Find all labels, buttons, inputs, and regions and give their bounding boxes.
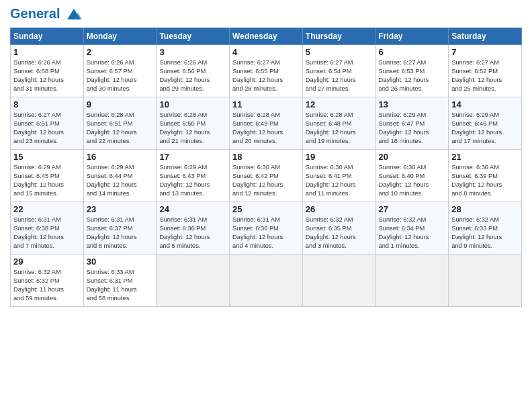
page-container: General SundayMondayTuesdayWednesdayThur… [0, 0, 532, 314]
day-cell: 16 Sunrise: 6:29 AMSunset: 6:44 PMDaylig… [83, 149, 157, 201]
day-number: 7 [451, 47, 519, 57]
week-row-2: 8 Sunrise: 6:27 AMSunset: 6:51 PMDayligh… [11, 97, 522, 149]
day-info: Sunrise: 6:29 AMSunset: 6:45 PMDaylight:… [13, 163, 81, 198]
col-header-sunday: Sunday [11, 28, 84, 44]
day-cell: 15 Sunrise: 6:29 AMSunset: 6:45 PMDaylig… [11, 149, 84, 201]
day-info: Sunrise: 6:27 AMSunset: 6:54 PMDaylight:… [306, 58, 373, 93]
day-number: 18 [232, 152, 300, 162]
day-number: 1 [13, 47, 81, 57]
day-info: Sunrise: 6:28 AMSunset: 6:50 PMDaylight:… [159, 111, 226, 146]
day-number: 8 [13, 99, 81, 109]
day-cell: 9 Sunrise: 6:28 AMSunset: 6:51 PMDayligh… [83, 97, 157, 149]
day-cell: 22 Sunrise: 6:31 AMSunset: 6:38 PMDaylig… [11, 201, 84, 254]
col-header-monday: Monday [83, 28, 157, 44]
day-info: Sunrise: 6:30 AMSunset: 6:41 PMDaylight:… [306, 163, 373, 198]
day-cell: 4 Sunrise: 6:27 AMSunset: 6:55 PMDayligh… [230, 44, 303, 97]
day-number: 28 [451, 204, 519, 214]
day-number: 23 [87, 204, 154, 214]
day-cell: 7 Sunrise: 6:27 AMSunset: 6:52 PMDayligh… [449, 44, 522, 97]
header: General [10, 7, 522, 22]
day-number: 29 [13, 257, 81, 267]
day-number: 6 [379, 47, 446, 57]
day-number: 4 [232, 47, 300, 57]
day-cell: 19 Sunrise: 6:30 AMSunset: 6:41 PMDaylig… [302, 149, 375, 201]
day-number: 10 [159, 99, 226, 109]
day-number: 21 [451, 152, 519, 162]
day-cell: 23 Sunrise: 6:31 AMSunset: 6:37 PMDaylig… [83, 201, 157, 254]
day-cell: 6 Sunrise: 6:27 AMSunset: 6:53 PMDayligh… [375, 44, 449, 97]
day-cell: 10 Sunrise: 6:28 AMSunset: 6:50 PMDaylig… [157, 97, 230, 149]
day-info: Sunrise: 6:32 AMSunset: 6:33 PMDaylight:… [451, 216, 519, 250]
day-info: Sunrise: 6:31 AMSunset: 6:36 PMDaylight:… [159, 216, 226, 250]
day-info: Sunrise: 6:27 AMSunset: 6:51 PMDaylight:… [13, 111, 81, 146]
day-number: 14 [451, 99, 519, 109]
day-cell: 24 Sunrise: 6:31 AMSunset: 6:36 PMDaylig… [157, 201, 230, 254]
day-number: 25 [232, 204, 300, 214]
day-number: 16 [87, 152, 154, 162]
day-info: Sunrise: 6:30 AMSunset: 6:40 PMDaylight:… [379, 163, 446, 198]
day-info: Sunrise: 6:28 AMSunset: 6:51 PMDaylight:… [87, 111, 154, 146]
day-info: Sunrise: 6:27 AMSunset: 6:53 PMDaylight:… [379, 58, 446, 93]
day-cell: 13 Sunrise: 6:29 AMSunset: 6:47 PMDaylig… [375, 97, 449, 149]
day-info: Sunrise: 6:32 AMSunset: 6:34 PMDaylight:… [379, 216, 446, 250]
day-cell: 8 Sunrise: 6:27 AMSunset: 6:51 PMDayligh… [11, 97, 84, 149]
day-info: Sunrise: 6:33 AMSunset: 6:31 PMDaylight:… [87, 268, 154, 303]
day-cell: 18 Sunrise: 6:30 AMSunset: 6:42 PMDaylig… [230, 149, 303, 201]
logo: General [10, 7, 85, 22]
day-cell: 25 Sunrise: 6:31 AMSunset: 6:36 PMDaylig… [230, 201, 303, 254]
header-row: SundayMondayTuesdayWednesdayThursdayFrid… [11, 28, 522, 44]
day-cell [375, 254, 449, 306]
day-cell: 27 Sunrise: 6:32 AMSunset: 6:34 PMDaylig… [375, 201, 449, 254]
day-number: 17 [159, 152, 226, 162]
col-header-wednesday: Wednesday [230, 28, 303, 44]
day-cell: 30 Sunrise: 6:33 AMSunset: 6:31 PMDaylig… [83, 254, 157, 306]
day-cell: 1 Sunrise: 6:26 AMSunset: 6:58 PMDayligh… [11, 44, 84, 97]
day-info: Sunrise: 6:27 AMSunset: 6:55 PMDaylight:… [232, 58, 300, 93]
day-cell: 17 Sunrise: 6:29 AMSunset: 6:43 PMDaylig… [157, 149, 230, 201]
day-cell [449, 254, 522, 306]
week-row-3: 15 Sunrise: 6:29 AMSunset: 6:45 PMDaylig… [11, 149, 522, 201]
day-number: 24 [159, 204, 226, 214]
day-cell [302, 254, 375, 306]
day-info: Sunrise: 6:28 AMSunset: 6:49 PMDaylight:… [232, 111, 300, 146]
day-number: 15 [13, 152, 81, 162]
day-cell: 28 Sunrise: 6:32 AMSunset: 6:33 PMDaylig… [449, 201, 522, 254]
day-cell: 14 Sunrise: 6:29 AMSunset: 6:46 PMDaylig… [449, 97, 522, 149]
logo-icon [64, 7, 83, 22]
day-cell: 20 Sunrise: 6:30 AMSunset: 6:40 PMDaylig… [375, 149, 449, 201]
day-info: Sunrise: 6:26 AMSunset: 6:56 PMDaylight:… [159, 58, 226, 93]
day-info: Sunrise: 6:32 AMSunset: 6:32 PMDaylight:… [13, 268, 81, 303]
day-cell: 2 Sunrise: 6:26 AMSunset: 6:57 PMDayligh… [83, 44, 157, 97]
week-row-4: 22 Sunrise: 6:31 AMSunset: 6:38 PMDaylig… [11, 201, 522, 254]
day-number: 13 [379, 99, 446, 109]
day-cell: 26 Sunrise: 6:32 AMSunset: 6:35 PMDaylig… [302, 201, 375, 254]
day-info: Sunrise: 6:31 AMSunset: 6:38 PMDaylight:… [13, 216, 81, 250]
day-cell [157, 254, 230, 306]
day-info: Sunrise: 6:27 AMSunset: 6:52 PMDaylight:… [451, 58, 519, 93]
col-header-thursday: Thursday [302, 28, 375, 44]
day-info: Sunrise: 6:26 AMSunset: 6:57 PMDaylight:… [87, 58, 154, 93]
day-cell: 11 Sunrise: 6:28 AMSunset: 6:49 PMDaylig… [230, 97, 303, 149]
calendar-table: SundayMondayTuesdayWednesdayThursdayFrid… [10, 28, 522, 307]
day-number: 20 [379, 152, 446, 162]
week-row-1: 1 Sunrise: 6:26 AMSunset: 6:58 PMDayligh… [11, 44, 522, 97]
day-info: Sunrise: 6:28 AMSunset: 6:48 PMDaylight:… [306, 111, 373, 146]
day-number: 11 [232, 99, 300, 109]
day-cell: 5 Sunrise: 6:27 AMSunset: 6:54 PMDayligh… [302, 44, 375, 97]
day-info: Sunrise: 6:26 AMSunset: 6:58 PMDaylight:… [13, 58, 81, 93]
day-number: 19 [306, 152, 373, 162]
day-number: 9 [87, 99, 154, 109]
logo-text: General [10, 7, 83, 22]
day-number: 27 [379, 204, 446, 214]
day-info: Sunrise: 6:29 AMSunset: 6:46 PMDaylight:… [451, 111, 519, 146]
day-number: 22 [13, 204, 81, 214]
col-header-tuesday: Tuesday [157, 28, 230, 44]
day-info: Sunrise: 6:30 AMSunset: 6:42 PMDaylight:… [232, 163, 300, 198]
day-number: 12 [306, 99, 373, 109]
day-cell: 12 Sunrise: 6:28 AMSunset: 6:48 PMDaylig… [302, 97, 375, 149]
day-info: Sunrise: 6:29 AMSunset: 6:44 PMDaylight:… [87, 163, 154, 198]
day-info: Sunrise: 6:32 AMSunset: 6:35 PMDaylight:… [306, 216, 373, 250]
day-info: Sunrise: 6:31 AMSunset: 6:36 PMDaylight:… [232, 216, 300, 250]
day-cell [230, 254, 303, 306]
day-cell: 21 Sunrise: 6:30 AMSunset: 6:39 PMDaylig… [449, 149, 522, 201]
